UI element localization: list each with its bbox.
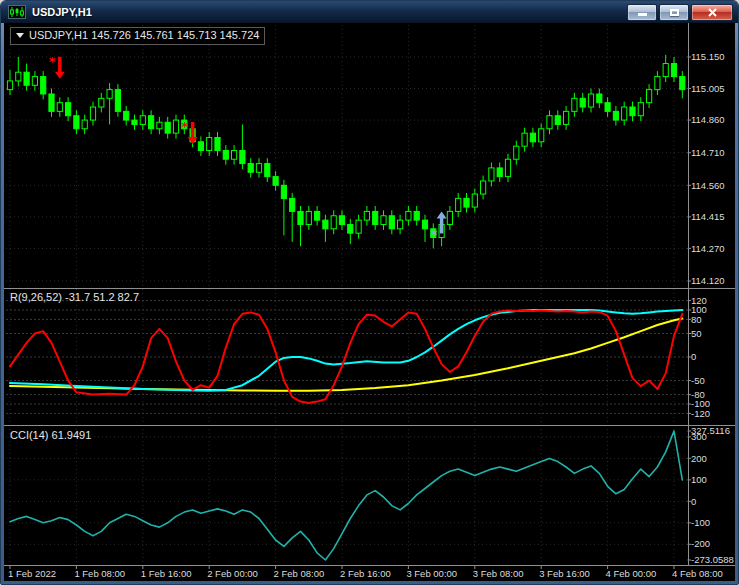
svg-text:115.005: 115.005 (691, 83, 725, 94)
svg-text:-200: -200 (691, 538, 710, 549)
signal-star-icon: * (49, 54, 56, 69)
svg-text:114.415: 114.415 (691, 211, 725, 222)
window-title: USDJPY,H1 (32, 6, 627, 18)
signal-star-icon: * (431, 227, 438, 242)
svg-text:114.560: 114.560 (691, 180, 725, 191)
symbol-ohlc-label: USDJPY,H1 145.726 145.761 145.713 145.72… (10, 27, 265, 45)
svg-text:0: 0 (691, 496, 696, 507)
svg-text:114.120: 114.120 (691, 275, 725, 286)
minimize-icon (638, 13, 647, 16)
svg-text:200: 200 (691, 453, 707, 464)
window-controls (627, 4, 733, 21)
svg-text:114.270: 114.270 (691, 243, 725, 254)
symbol-ohlc-text: USDJPY,H1 145.726 145.761 145.713 145.72… (29, 29, 259, 42)
svg-text:4 Feb 00:00: 4 Feb 00:00 (606, 568, 657, 579)
svg-text:3 Feb 08:00: 3 Feb 08:00 (473, 568, 524, 579)
svg-text:114.710: 114.710 (691, 147, 725, 158)
svg-text:2 Feb 16:00: 2 Feb 16:00 (340, 568, 391, 579)
signal-star-icon: * (182, 119, 189, 134)
indicator2-label: CCI(14) 61.9491 (10, 429, 91, 442)
svg-text:-273.0588: -273.0588 (691, 554, 734, 565)
svg-text:1 Feb 2022: 1 Feb 2022 (8, 568, 56, 579)
svg-text:300: 300 (691, 431, 707, 442)
svg-text:1 Feb 08:00: 1 Feb 08:00 (74, 568, 125, 579)
svg-text:-100: -100 (691, 517, 710, 528)
chart-client-area[interactable]: ***115.150115.005114.860114.710114.56011… (4, 23, 735, 581)
svg-text:50: 50 (691, 328, 702, 339)
svg-text:3 Feb 16:00: 3 Feb 16:00 (539, 568, 590, 579)
svg-text:115.150: 115.150 (691, 51, 725, 62)
svg-text:1 Feb 16:00: 1 Feb 16:00 (141, 568, 192, 579)
svg-text:-50: -50 (691, 375, 705, 386)
svg-text:100: 100 (691, 474, 707, 485)
minimize-button[interactable] (627, 4, 657, 21)
svg-text:3 Feb 00:00: 3 Feb 00:00 (406, 568, 457, 579)
svg-text:80: 80 (691, 314, 702, 325)
close-button[interactable] (691, 4, 733, 21)
svg-text:114.860: 114.860 (691, 114, 725, 125)
title-bar[interactable]: USDJPY,H1 (1, 1, 738, 23)
svg-text:2 Feb 08:00: 2 Feb 08:00 (274, 568, 325, 579)
time-axis[interactable]: 1 Feb 20221 Feb 08:001 Feb 16:002 Feb 00… (8, 566, 723, 580)
maximize-icon (670, 9, 679, 16)
collapse-chart-icon[interactable] (16, 33, 24, 38)
svg-text:-120: -120 (691, 408, 710, 419)
svg-text:4 Feb 08:00: 4 Feb 08:00 (672, 568, 723, 579)
close-icon (708, 8, 717, 17)
indicator1-label: R(9,26,52) -31.7 51.2 82.7 (10, 291, 139, 304)
maximize-button[interactable] (659, 4, 689, 21)
svg-text:2 Feb 00:00: 2 Feb 00:00 (207, 568, 258, 579)
svg-text:0: 0 (691, 351, 696, 362)
chart-window: USDJPY,H1 ***115.150115.005114.860114.71… (0, 0, 739, 585)
chart-app-icon (8, 5, 26, 19)
